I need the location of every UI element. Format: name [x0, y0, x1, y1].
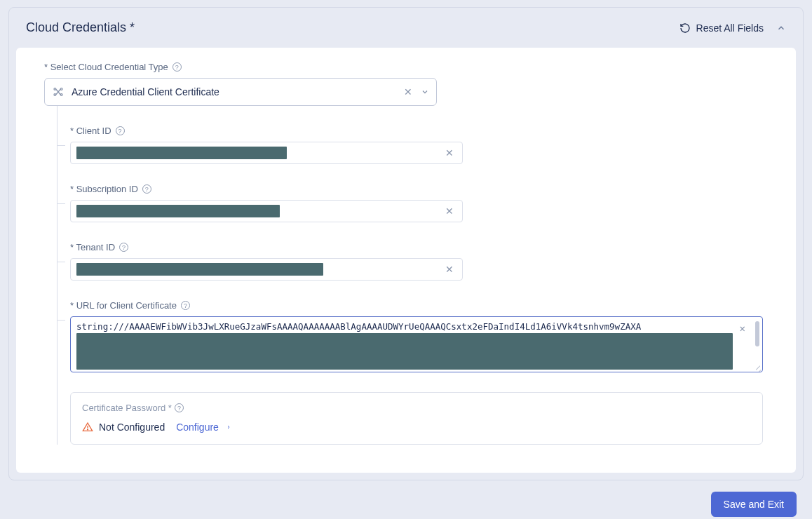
credential-type-value: Azure Credential Client Certificate	[72, 86, 394, 97]
help-icon[interactable]: ?	[181, 301, 190, 310]
form-card: * Select Cloud Credential Type ? Azure C…	[16, 48, 796, 473]
credential-type-label: * Select Cloud Credential Type ?	[44, 62, 768, 72]
redacted-value	[76, 147, 287, 159]
tenant-id-group: * Tenant ID ? ✕	[57, 222, 768, 281]
help-icon[interactable]: ?	[119, 243, 128, 252]
resize-handle[interactable]	[754, 363, 761, 370]
tenant-id-input[interactable]: ✕	[70, 258, 463, 281]
svg-point-1	[60, 88, 62, 90]
save-and-exit-button[interactable]: Save and Exit	[711, 492, 797, 517]
svg-point-2	[54, 94, 56, 96]
clear-icon[interactable]: ✕	[442, 264, 456, 275]
clear-icon[interactable]: ✕	[740, 323, 745, 334]
redacted-value	[76, 333, 733, 370]
configure-link[interactable]: Configure	[176, 422, 231, 433]
chevron-right-icon	[226, 424, 231, 430]
client-id-label: * Client ID ?	[70, 126, 768, 136]
credential-fields: * Client ID ? ✕ * Subscription ID ? ✕	[57, 106, 768, 445]
help-icon[interactable]: ?	[172, 62, 182, 72]
warning-icon	[82, 422, 93, 433]
redacted-value	[76, 263, 323, 276]
cloud-credentials-panel: Cloud Credentials * Reset All Fields * S…	[8, 7, 804, 480]
url-client-cert-label: * URL for Client Certificate ?	[70, 300, 768, 311]
help-icon[interactable]: ?	[142, 184, 151, 194]
clear-icon[interactable]: ✕	[442, 205, 456, 217]
chevron-down-icon[interactable]	[421, 88, 429, 96]
url-client-cert-textarea[interactable]: string:///AAAAEWFibWVib3JwLXRueGJzaWFsAA…	[70, 316, 763, 372]
reset-label: Reset All Fields	[696, 22, 764, 34]
svg-point-3	[60, 94, 62, 96]
not-configured-text: Not Configured	[99, 422, 165, 433]
help-icon[interactable]: ?	[116, 126, 125, 135]
collapse-button[interactable]	[776, 23, 786, 33]
redacted-value	[76, 205, 280, 217]
chevron-up-icon	[776, 23, 786, 33]
footer: Save and Exit	[0, 480, 812, 517]
credential-type-select[interactable]: Azure Credential Client Certificate ✕	[44, 78, 437, 106]
scrollbar[interactable]	[755, 321, 759, 346]
panel-title: Cloud Credentials *	[26, 20, 135, 35]
clear-icon[interactable]: ✕	[401, 86, 415, 97]
client-id-group: * Client ID ? ✕	[57, 106, 768, 164]
header-actions: Reset All Fields	[679, 22, 786, 34]
panel-header: Cloud Credentials * Reset All Fields	[9, 8, 803, 48]
reset-icon	[679, 22, 691, 34]
subscription-id-group: * Subscription ID ? ✕	[57, 164, 768, 222]
mapping-icon	[52, 86, 65, 98]
svg-point-0	[54, 88, 56, 90]
certificate-password-box: Certificate Password * ? Not Configured	[70, 392, 763, 445]
cert-status-row: Not Configured Configure	[82, 422, 751, 433]
subscription-id-input[interactable]: ✕	[70, 200, 463, 222]
svg-point-5	[87, 429, 88, 430]
subscription-id-label: * Subscription ID ?	[70, 184, 768, 194]
reset-all-fields-button[interactable]: Reset All Fields	[679, 22, 764, 34]
url-client-cert-group: * URL for Client Certificate ? string://…	[57, 281, 768, 372]
tenant-id-label: * Tenant ID ?	[70, 242, 768, 252]
url-client-cert-value: string:///AAAAEWFibWVib3JwLXRueGJzaWFsAA…	[76, 321, 757, 332]
certificate-password-label: Certificate Password * ?	[82, 403, 751, 413]
help-icon[interactable]: ?	[175, 403, 184, 412]
client-id-input[interactable]: ✕	[70, 142, 463, 164]
clear-icon[interactable]: ✕	[442, 147, 456, 159]
not-configured-status: Not Configured	[82, 422, 165, 433]
